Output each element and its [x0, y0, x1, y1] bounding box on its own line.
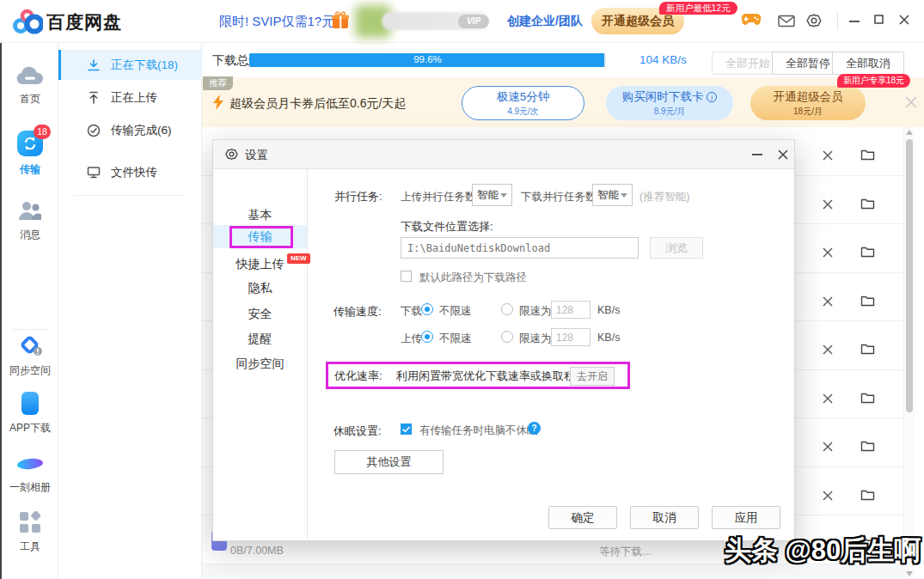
- create-team-link[interactable]: 创建企业/团队: [507, 14, 583, 29]
- chevron-down-icon: [500, 193, 507, 198]
- cancel-task-icon[interactable]: [823, 491, 833, 501]
- dialog-close-button[interactable]: [774, 145, 792, 164]
- tab-transfer[interactable]: 传输: [213, 225, 307, 248]
- game-center-icon[interactable]: [741, 13, 762, 27]
- download-limit-input[interactable]: [551, 301, 591, 319]
- info-icon[interactable]: i: [707, 92, 717, 102]
- vip-badge: VIP: [458, 15, 489, 28]
- nav-downloading[interactable]: 正在下载(18): [58, 50, 202, 80]
- gift-icon[interactable]: [331, 11, 350, 30]
- cancel-task-icon[interactable]: [823, 344, 833, 355]
- download-parallel-select[interactable]: 智能: [592, 184, 633, 206]
- svip-promo-link[interactable]: 限时! SVIP仅需1?元: [219, 14, 334, 30]
- open-folder-icon[interactable]: [860, 439, 875, 452]
- ok-button[interactable]: 确定: [548, 506, 617, 529]
- upload-unlimited-radio[interactable]: [421, 331, 433, 343]
- default-path-checkbox[interactable]: [401, 271, 412, 282]
- cancel-task-icon[interactable]: [823, 150, 833, 161]
- open-folder-icon[interactable]: [860, 245, 875, 258]
- idle-download-card-pill[interactable]: 购买闲时下载卡i 8.9元/月: [606, 86, 733, 120]
- download-unlimited-radio[interactable]: [421, 303, 433, 315]
- window-maximize-button[interactable]: [874, 15, 884, 24]
- tab-security[interactable]: 安全: [213, 305, 307, 322]
- sidebar-item-messages[interactable]: 消息: [2, 200, 58, 242]
- settings-dialog: 设置 基本 传输 快捷上传 NEW 隐私 安全 提醒 同步空间 并行任务: 上传…: [212, 139, 795, 541]
- select-value: 智能: [597, 188, 619, 203]
- new-user-exclusive-badge: 新用户专享18元: [837, 74, 910, 88]
- cancel-task-icon[interactable]: [823, 199, 833, 210]
- tab-reminder[interactable]: 提醒: [213, 330, 307, 347]
- lightning-icon: [213, 94, 223, 110]
- upload-limit-input[interactable]: [551, 328, 591, 346]
- promo-banner: 推荐 超级会员月卡券后低至0.6元/天起 极速5分钟 4.9元/次 购买闲时下载…: [202, 77, 924, 127]
- banner-close-icon[interactable]: [905, 96, 917, 108]
- dialog-title: 设置: [245, 148, 268, 163]
- people-icon: [2, 200, 58, 222]
- open-svip-pill[interactable]: 开通超级会员 18元/月: [750, 86, 866, 120]
- cancel-button[interactable]: 取消: [630, 506, 699, 529]
- sidebar: 首页 18 传输: [0, 43, 58, 579]
- cancel-task-icon[interactable]: [823, 296, 833, 307]
- open-folder-icon[interactable]: [860, 488, 875, 501]
- open-folder-icon[interactable]: [860, 294, 875, 307]
- sidebar-item-home[interactable]: 首页: [2, 65, 58, 107]
- sidebar-item-tools[interactable]: 工具: [2, 511, 58, 554]
- sidebar-divider: [12, 329, 48, 330]
- nav-uploading[interactable]: 正在上传: [58, 82, 202, 113]
- open-folder-icon[interactable]: [860, 536, 875, 549]
- pill-title: 开通超级会员: [774, 89, 843, 105]
- tab-sync-space[interactable]: 同步空间: [213, 355, 307, 372]
- enable-optimize-button[interactable]: 去开启: [570, 367, 615, 386]
- cloud-home-icon: [2, 65, 58, 86]
- nav-label: 传输完成(6): [111, 123, 172, 138]
- sleep-settings-label: 休眠设置:: [333, 424, 382, 439]
- dialog-header: 设置: [213, 140, 794, 169]
- window-close-button[interactable]: [899, 15, 909, 25]
- sidebar-item-transfer[interactable]: 18 传输: [2, 131, 58, 177]
- download-limited-radio[interactable]: [501, 303, 513, 315]
- file-status-text: 等待下载...: [599, 545, 651, 559]
- cancel-task-icon[interactable]: [823, 539, 833, 549]
- cancel-task-icon[interactable]: [823, 393, 833, 404]
- open-folder-icon[interactable]: [860, 197, 875, 210]
- cancel-task-icon[interactable]: [823, 442, 833, 452]
- upload-parallel-select[interactable]: 智能: [472, 184, 512, 206]
- limited-label: 限速为: [519, 304, 552, 319]
- apply-button[interactable]: 应用: [712, 506, 780, 529]
- upload-limited-radio[interactable]: [501, 331, 513, 343]
- sidebar-item-moment-album[interactable]: 一刻相册: [2, 454, 58, 495]
- file-size-text: 0B/7.00MB: [230, 545, 284, 557]
- mail-icon[interactable]: [778, 15, 795, 27]
- other-settings-button[interactable]: 其他设置: [334, 450, 444, 474]
- tab-privacy[interactable]: 隐私: [213, 279, 307, 296]
- sidebar-item-app-download[interactable]: APP下载: [2, 392, 58, 436]
- scrollbar-thumb[interactable]: [906, 139, 913, 412]
- banner-text: 超级会员月卡券后低至0.6元/天起: [229, 96, 406, 112]
- help-icon[interactable]: ?: [528, 422, 541, 435]
- sleep-checkbox[interactable]: [401, 424, 412, 435]
- nav-quick-transfer[interactable]: 文件快传: [58, 157, 202, 187]
- open-folder-icon[interactable]: [860, 342, 875, 355]
- nav-completed[interactable]: 传输完成(6): [58, 115, 202, 145]
- moment-album-icon: [2, 454, 58, 474]
- cancel-task-icon[interactable]: [823, 247, 833, 258]
- sidebar-item-label: 同步空间: [9, 364, 51, 376]
- speedup-5min-pill[interactable]: 极速5分钟 4.9元/次: [462, 86, 584, 120]
- settings-gear-icon[interactable]: [806, 13, 822, 28]
- browse-button[interactable]: 浏览: [650, 237, 703, 259]
- open-folder-icon[interactable]: [860, 391, 875, 404]
- speed-unit: KB/s: [597, 304, 620, 316]
- sidebar-item-sync-space[interactable]: 同步空间: [2, 333, 58, 378]
- list-bottom-strip: [202, 564, 903, 579]
- cancel-all-button[interactable]: 全部取消: [832, 52, 904, 75]
- open-folder-icon[interactable]: [860, 148, 875, 161]
- tab-basic[interactable]: 基本: [213, 206, 307, 223]
- sync-space-icon: [2, 333, 58, 357]
- download-path-input[interactable]: [401, 237, 639, 259]
- scroll-up-arrow[interactable]: [906, 130, 913, 135]
- scroll-down-arrow[interactable]: [906, 571, 913, 576]
- tools-icon: [2, 511, 58, 533]
- dialog-minimize-button[interactable]: [748, 145, 767, 164]
- window-minimize-button[interactable]: [849, 21, 860, 22]
- scrollbar: [903, 127, 915, 579]
